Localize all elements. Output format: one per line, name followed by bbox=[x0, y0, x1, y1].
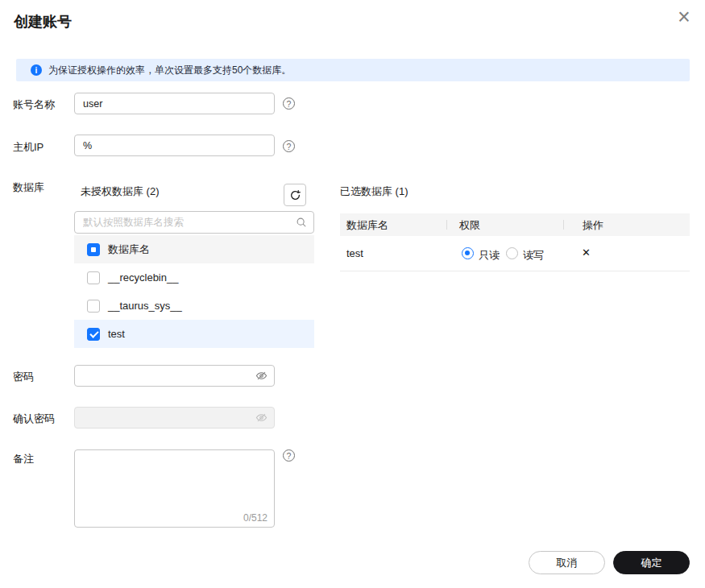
page-title: 创建账号 bbox=[14, 12, 72, 31]
refresh-icon bbox=[289, 189, 301, 201]
confirm-password-input[interactable] bbox=[74, 407, 275, 429]
confirm-password-field bbox=[74, 407, 275, 429]
radio-read-only-label[interactable]: 只读 bbox=[479, 248, 500, 263]
close-icon[interactable]: × bbox=[678, 6, 690, 28]
db-item-label: __taurus_sys__ bbox=[108, 300, 182, 312]
account-name-label: 账号名称 bbox=[13, 97, 55, 112]
eye-off-icon bbox=[255, 412, 267, 424]
password-field bbox=[74, 365, 275, 387]
account-name-input[interactable] bbox=[74, 93, 275, 114]
db-list-item[interactable]: test bbox=[74, 320, 314, 348]
db-item-label: __recyclebin__ bbox=[108, 271, 178, 284]
host-ip-label: 主机IP bbox=[13, 140, 44, 155]
db-list-header-label: 数据库名 bbox=[108, 242, 150, 257]
cancel-button[interactable]: 取消 bbox=[529, 551, 605, 574]
unauthorized-db-title: 未授权数据库 (2) bbox=[81, 184, 160, 199]
remark-help-icon[interactable]: ? bbox=[283, 449, 295, 462]
db-list-item[interactable]: __taurus_sys__ bbox=[74, 292, 314, 320]
db-list-item[interactable]: __recyclebin__ bbox=[74, 263, 314, 292]
db-search-input[interactable] bbox=[74, 211, 314, 234]
delete-row-icon[interactable]: ✕ bbox=[582, 246, 591, 259]
radio-read-write[interactable] bbox=[506, 247, 518, 259]
info-banner-text: 为保证授权操作的效率，单次设置最多支持50个数据库。 bbox=[48, 64, 291, 77]
info-icon: i bbox=[31, 64, 42, 76]
column-header-permission: 权限 bbox=[459, 218, 480, 233]
remark-label: 备注 bbox=[13, 452, 34, 466]
db-item-checkbox[interactable] bbox=[87, 271, 100, 284]
selected-db-table-header: 数据库名 权限 操作 bbox=[340, 213, 690, 236]
column-divider bbox=[563, 220, 564, 230]
selected-db-row: test 只读 读写 ✕ bbox=[340, 236, 690, 271]
info-banner: i 为保证授权操作的效率，单次设置最多支持50个数据库。 bbox=[16, 59, 690, 81]
column-header-operation: 操作 bbox=[583, 218, 603, 233]
database-label: 数据库 bbox=[13, 180, 44, 195]
db-item-label: test bbox=[108, 328, 125, 340]
refresh-button[interactable] bbox=[284, 184, 306, 206]
host-ip-help-icon[interactable]: ? bbox=[283, 140, 295, 152]
db-item-checkbox-checked[interactable] bbox=[87, 328, 100, 341]
password-input[interactable] bbox=[74, 365, 275, 387]
column-divider bbox=[446, 220, 447, 230]
confirm-password-label: 确认密码 bbox=[13, 412, 55, 426]
radio-read-only[interactable] bbox=[462, 247, 474, 259]
select-all-checkbox[interactable] bbox=[87, 243, 100, 256]
search-icon[interactable] bbox=[296, 217, 307, 228]
remark-field: 0/512 bbox=[74, 449, 275, 528]
db-search bbox=[74, 211, 314, 234]
db-item-checkbox[interactable] bbox=[87, 300, 100, 313]
radio-read-write-label[interactable]: 读写 bbox=[523, 248, 544, 263]
create-account-dialog: { "colors": { "accent": "#1476ff", "bann… bbox=[0, 0, 705, 588]
confirm-button[interactable]: 确定 bbox=[613, 551, 690, 574]
selected-db-title: 已选数据库 (1) bbox=[340, 184, 408, 199]
eye-off-icon[interactable] bbox=[255, 370, 267, 382]
account-name-help-icon[interactable]: ? bbox=[283, 97, 295, 110]
char-counter: 0/512 bbox=[243, 512, 267, 524]
host-ip-input[interactable] bbox=[74, 135, 275, 156]
column-header-db-name: 数据库名 bbox=[346, 218, 388, 233]
selected-db-name: test bbox=[346, 247, 363, 259]
password-label: 密码 bbox=[13, 370, 34, 384]
unauthorized-db-list: 数据库名 __recyclebin__ __taurus_sys__ test bbox=[74, 235, 314, 348]
db-list-header-row[interactable]: 数据库名 bbox=[74, 235, 314, 263]
